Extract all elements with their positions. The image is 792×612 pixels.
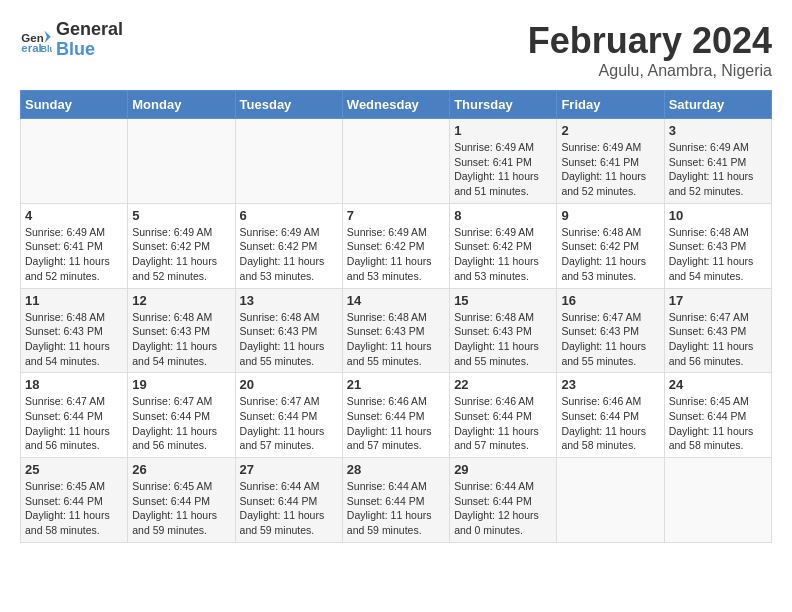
calendar-cell: 28Sunrise: 6:44 AMSunset: 6:44 PMDayligh… <box>342 458 449 543</box>
day-number: 10 <box>669 208 767 223</box>
day-number: 8 <box>454 208 552 223</box>
day-info: Sunrise: 6:44 AMSunset: 6:44 PMDaylight:… <box>454 479 552 538</box>
calendar-cell <box>21 119 128 204</box>
day-number: 14 <box>347 293 445 308</box>
day-number: 5 <box>132 208 230 223</box>
calendar-cell: 20Sunrise: 6:47 AMSunset: 6:44 PMDayligh… <box>235 373 342 458</box>
day-info: Sunrise: 6:48 AMSunset: 6:43 PMDaylight:… <box>454 310 552 369</box>
calendar-cell <box>235 119 342 204</box>
day-info: Sunrise: 6:48 AMSunset: 6:42 PMDaylight:… <box>561 225 659 284</box>
day-number: 7 <box>347 208 445 223</box>
day-info: Sunrise: 6:48 AMSunset: 6:43 PMDaylight:… <box>240 310 338 369</box>
calendar-cell: 7Sunrise: 6:49 AMSunset: 6:42 PMDaylight… <box>342 203 449 288</box>
calendar-body: 1Sunrise: 6:49 AMSunset: 6:41 PMDaylight… <box>21 119 772 543</box>
header-friday: Friday <box>557 91 664 119</box>
calendar-cell: 3Sunrise: 6:49 AMSunset: 6:41 PMDaylight… <box>664 119 771 204</box>
day-info: Sunrise: 6:49 AMSunset: 6:41 PMDaylight:… <box>25 225 123 284</box>
calendar-cell: 12Sunrise: 6:48 AMSunset: 6:43 PMDayligh… <box>128 288 235 373</box>
day-info: Sunrise: 6:45 AMSunset: 6:44 PMDaylight:… <box>25 479 123 538</box>
day-number: 24 <box>669 377 767 392</box>
calendar-table: Sunday Monday Tuesday Wednesday Thursday… <box>20 90 772 543</box>
day-number: 12 <box>132 293 230 308</box>
day-info: Sunrise: 6:46 AMSunset: 6:44 PMDaylight:… <box>561 394 659 453</box>
logo-blue: Blue <box>56 40 123 60</box>
logo-general: General <box>56 20 123 40</box>
day-info: Sunrise: 6:48 AMSunset: 6:43 PMDaylight:… <box>25 310 123 369</box>
day-info: Sunrise: 6:49 AMSunset: 6:41 PMDaylight:… <box>561 140 659 199</box>
svg-text:Blue: Blue <box>40 44 52 54</box>
day-number: 13 <box>240 293 338 308</box>
day-number: 17 <box>669 293 767 308</box>
day-info: Sunrise: 6:46 AMSunset: 6:44 PMDaylight:… <box>347 394 445 453</box>
day-number: 25 <box>25 462 123 477</box>
day-number: 6 <box>240 208 338 223</box>
header-sunday: Sunday <box>21 91 128 119</box>
day-info: Sunrise: 6:45 AMSunset: 6:44 PMDaylight:… <box>669 394 767 453</box>
day-info: Sunrise: 6:44 AMSunset: 6:44 PMDaylight:… <box>347 479 445 538</box>
calendar-cell: 11Sunrise: 6:48 AMSunset: 6:43 PMDayligh… <box>21 288 128 373</box>
calendar-cell: 17Sunrise: 6:47 AMSunset: 6:43 PMDayligh… <box>664 288 771 373</box>
day-info: Sunrise: 6:49 AMSunset: 6:41 PMDaylight:… <box>669 140 767 199</box>
day-number: 27 <box>240 462 338 477</box>
day-info: Sunrise: 6:49 AMSunset: 6:42 PMDaylight:… <box>240 225 338 284</box>
day-number: 20 <box>240 377 338 392</box>
day-info: Sunrise: 6:49 AMSunset: 6:42 PMDaylight:… <box>454 225 552 284</box>
day-info: Sunrise: 6:49 AMSunset: 6:42 PMDaylight:… <box>347 225 445 284</box>
calendar-cell: 27Sunrise: 6:44 AMSunset: 6:44 PMDayligh… <box>235 458 342 543</box>
day-info: Sunrise: 6:46 AMSunset: 6:44 PMDaylight:… <box>454 394 552 453</box>
header-thursday: Thursday <box>450 91 557 119</box>
calendar-cell: 15Sunrise: 6:48 AMSunset: 6:43 PMDayligh… <box>450 288 557 373</box>
calendar-cell <box>128 119 235 204</box>
header-monday: Monday <box>128 91 235 119</box>
calendar-cell: 16Sunrise: 6:47 AMSunset: 6:43 PMDayligh… <box>557 288 664 373</box>
calendar-week-1: 1Sunrise: 6:49 AMSunset: 6:41 PMDaylight… <box>21 119 772 204</box>
calendar-cell <box>557 458 664 543</box>
day-number: 11 <box>25 293 123 308</box>
page-header: Gen eral Blue General Blue February 2024… <box>20 20 772 80</box>
calendar-cell: 2Sunrise: 6:49 AMSunset: 6:41 PMDaylight… <box>557 119 664 204</box>
calendar-cell: 5Sunrise: 6:49 AMSunset: 6:42 PMDaylight… <box>128 203 235 288</box>
calendar-cell: 21Sunrise: 6:46 AMSunset: 6:44 PMDayligh… <box>342 373 449 458</box>
day-number: 26 <box>132 462 230 477</box>
calendar-week-3: 11Sunrise: 6:48 AMSunset: 6:43 PMDayligh… <box>21 288 772 373</box>
day-number: 9 <box>561 208 659 223</box>
header-tuesday: Tuesday <box>235 91 342 119</box>
day-number: 15 <box>454 293 552 308</box>
page-subtitle: Agulu, Anambra, Nigeria <box>528 62 772 80</box>
calendar-cell: 18Sunrise: 6:47 AMSunset: 6:44 PMDayligh… <box>21 373 128 458</box>
calendar-cell: 10Sunrise: 6:48 AMSunset: 6:43 PMDayligh… <box>664 203 771 288</box>
day-info: Sunrise: 6:48 AMSunset: 6:43 PMDaylight:… <box>347 310 445 369</box>
calendar-cell: 29Sunrise: 6:44 AMSunset: 6:44 PMDayligh… <box>450 458 557 543</box>
day-info: Sunrise: 6:47 AMSunset: 6:43 PMDaylight:… <box>561 310 659 369</box>
calendar-cell: 13Sunrise: 6:48 AMSunset: 6:43 PMDayligh… <box>235 288 342 373</box>
day-number: 2 <box>561 123 659 138</box>
day-number: 28 <box>347 462 445 477</box>
page-title: February 2024 <box>528 20 772 62</box>
calendar-cell: 4Sunrise: 6:49 AMSunset: 6:41 PMDaylight… <box>21 203 128 288</box>
calendar-cell: 24Sunrise: 6:45 AMSunset: 6:44 PMDayligh… <box>664 373 771 458</box>
calendar-cell: 9Sunrise: 6:48 AMSunset: 6:42 PMDaylight… <box>557 203 664 288</box>
calendar-cell: 23Sunrise: 6:46 AMSunset: 6:44 PMDayligh… <box>557 373 664 458</box>
calendar-week-5: 25Sunrise: 6:45 AMSunset: 6:44 PMDayligh… <box>21 458 772 543</box>
day-number: 21 <box>347 377 445 392</box>
day-number: 1 <box>454 123 552 138</box>
calendar-week-4: 18Sunrise: 6:47 AMSunset: 6:44 PMDayligh… <box>21 373 772 458</box>
calendar-cell: 14Sunrise: 6:48 AMSunset: 6:43 PMDayligh… <box>342 288 449 373</box>
day-info: Sunrise: 6:44 AMSunset: 6:44 PMDaylight:… <box>240 479 338 538</box>
calendar-cell: 25Sunrise: 6:45 AMSunset: 6:44 PMDayligh… <box>21 458 128 543</box>
day-info: Sunrise: 6:49 AMSunset: 6:42 PMDaylight:… <box>132 225 230 284</box>
day-info: Sunrise: 6:48 AMSunset: 6:43 PMDaylight:… <box>669 225 767 284</box>
svg-marker-2 <box>44 30 50 43</box>
calendar-cell: 26Sunrise: 6:45 AMSunset: 6:44 PMDayligh… <box>128 458 235 543</box>
calendar-cell <box>342 119 449 204</box>
day-info: Sunrise: 6:47 AMSunset: 6:44 PMDaylight:… <box>240 394 338 453</box>
day-number: 18 <box>25 377 123 392</box>
day-info: Sunrise: 6:49 AMSunset: 6:41 PMDaylight:… <box>454 140 552 199</box>
header-wednesday: Wednesday <box>342 91 449 119</box>
day-info: Sunrise: 6:47 AMSunset: 6:44 PMDaylight:… <box>132 394 230 453</box>
calendar-week-2: 4Sunrise: 6:49 AMSunset: 6:41 PMDaylight… <box>21 203 772 288</box>
day-number: 19 <box>132 377 230 392</box>
calendar-cell: 8Sunrise: 6:49 AMSunset: 6:42 PMDaylight… <box>450 203 557 288</box>
calendar-cell: 6Sunrise: 6:49 AMSunset: 6:42 PMDaylight… <box>235 203 342 288</box>
calendar-cell: 19Sunrise: 6:47 AMSunset: 6:44 PMDayligh… <box>128 373 235 458</box>
